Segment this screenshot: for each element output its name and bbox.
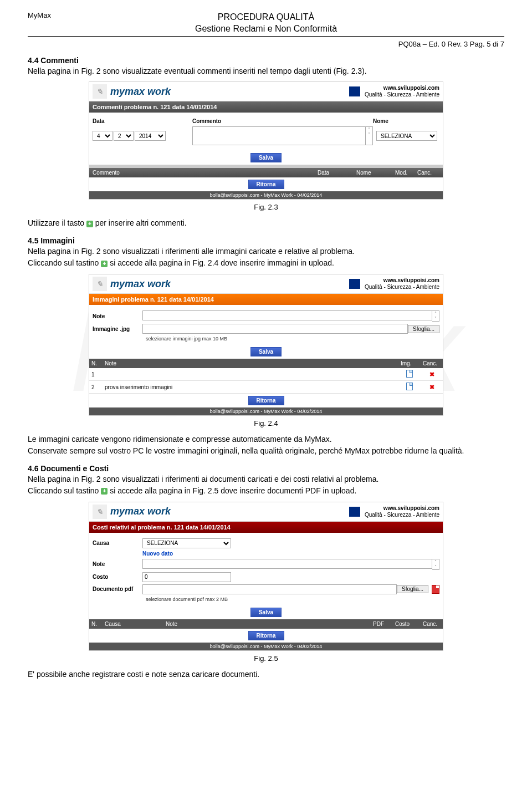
fig-2-4-screenshot: ✎ mymax work www.sviluppoisi.com Qualità… (89, 274, 443, 416)
brand: mymax work (110, 506, 344, 517)
add-icon: + (86, 221, 93, 227)
sfoglia-button[interactable]: Sfoglia... (408, 325, 439, 333)
salva-button[interactable]: Salva (250, 608, 282, 617)
label-commento: Commento (192, 118, 221, 124)
label-nome: Nome (373, 118, 388, 124)
causa-select[interactable]: SELEZIONA (142, 538, 231, 548)
cell-n: 1 (89, 368, 103, 381)
cell-n: 2 (89, 381, 103, 394)
images-table: N. Note Img. Canc. 1 ✖ 2 prova inserimen… (89, 359, 443, 394)
brand: mymax work (110, 278, 344, 290)
fig-2-5-screenshot: ✎ mymax work www.sviluppoisi.com Qualità… (89, 502, 443, 651)
ritorna-button[interactable]: Ritorna (248, 631, 284, 640)
fig-2-3-caption: Fig. 2.3 (28, 203, 504, 211)
tagline: Qualità - Sicurezza - Ambiente (365, 512, 439, 518)
pdf-icon (432, 585, 439, 594)
url: www.sviluppoisi.com (365, 277, 439, 284)
s45-p4: Conservate sempre sul vostro PC le vostr… (28, 446, 504, 456)
table-row: 1 ✖ (89, 368, 443, 381)
scroll-down-icon[interactable]: ˅ (366, 132, 372, 137)
label-note: Note (93, 313, 142, 319)
title-bar: Immagini problema n. 121 data 14/01/2014 (89, 294, 443, 305)
th-canc: Canc. (421, 359, 443, 368)
logo-icon: ✎ (93, 84, 107, 99)
ss-footer: bolla@sviluppoisi.com - MyMax Work - 04/… (89, 643, 443, 650)
th-pdf: PDF (371, 619, 393, 629)
doc-header: PROCEDURA QUALITÀ Gestione Reclami e Non… (28, 12, 504, 35)
label-note: Note (93, 561, 142, 567)
label-documento: Documento pdf (93, 586, 142, 592)
th-data: Data (318, 170, 356, 176)
salva-button[interactable]: Salva (250, 347, 282, 356)
table-header: Commento Data Nome Mod. Canc. (89, 168, 443, 177)
fig-2-5-caption: Fig. 2.5 (28, 654, 504, 663)
cell-note: prova inserimento immagini (103, 381, 398, 394)
s45-p2: Cliccando sul tastino + si accede alla p… (28, 258, 504, 268)
file-path-input[interactable] (142, 324, 408, 334)
th-note: Note (163, 619, 371, 629)
fig-2-3-screenshot: ✎ mymax work www.sviluppoisi.com Qualità… (89, 81, 443, 200)
doc-ref: PQ08a – Ed. 0 Rev. 3 Pag. 5 di 7 (28, 40, 504, 48)
label-costo: Costo (93, 574, 142, 580)
url: www.sviluppoisi.com (365, 505, 439, 512)
nuovo-dato-link[interactable]: Nuovo dato (142, 551, 173, 557)
add-icon: + (101, 488, 108, 495)
ritorna-button[interactable]: Ritorna (248, 396, 284, 405)
comment-textarea[interactable] (192, 126, 366, 145)
image-link-icon[interactable] (406, 370, 413, 378)
day-select[interactable]: 4 (93, 131, 112, 141)
s46-p2: Cliccando sul tastino + si accede alla p… (28, 486, 504, 496)
title-line1: PROCEDURA QUALITÀ (28, 12, 504, 23)
label-immagine: Immagine .jpg (93, 326, 142, 332)
title-bar: Commenti problema n. 121 data 14/01/2014 (89, 101, 443, 113)
delete-icon[interactable]: ✖ (429, 371, 434, 378)
salva-button[interactable]: Salva (250, 153, 282, 162)
costs-table: N. Causa Note PDF Costo Canc. (89, 619, 443, 629)
th-canc: Canc. (417, 170, 439, 176)
year-select[interactable]: 2014 (135, 131, 166, 141)
tagline: Qualità - Sicurezza - Ambiente (365, 284, 439, 291)
upload-hint: selezionare immagini jpg max 10 MB (93, 336, 439, 342)
scroll-up-icon[interactable]: ˄ (432, 559, 439, 564)
th-mod: Mod. (395, 170, 417, 176)
note-input[interactable] (142, 310, 432, 320)
scroll-down-icon[interactable]: ˅ (432, 316, 439, 321)
image-link-icon[interactable] (406, 383, 413, 390)
s46-p3: E' possibile anche registrare costi e no… (28, 669, 504, 680)
label-causa: Causa (93, 540, 142, 546)
th-n: N. (89, 359, 103, 368)
nome-select[interactable]: SELEZIONA (376, 131, 437, 141)
s44-p2: Utilizzare il tasto + per inserire altri… (28, 218, 504, 228)
scroll-up-icon[interactable]: ˄ (366, 127, 372, 132)
s46-p1: Nella pagina in Fig. 2 sono visualizzati… (28, 474, 504, 485)
month-select[interactable]: 2 (114, 131, 134, 141)
th-costo: Costo (393, 619, 421, 629)
th-note: Note (103, 359, 398, 368)
th-img: Img. (398, 359, 421, 368)
th-nome: Nome (356, 170, 395, 176)
ritorna-button[interactable]: Ritorna (248, 180, 284, 189)
scroll-up-icon[interactable]: ˄ (432, 311, 439, 316)
file-path-input[interactable] (142, 584, 397, 594)
logo-icon: ✎ (93, 505, 107, 519)
header-right: www.sviluppoisi.com Qualità - Sicurezza … (365, 85, 439, 98)
isi-logo-icon (344, 279, 360, 289)
s44-p1: Nella pagina in Fig. 2 sono visualizzate… (28, 66, 504, 77)
delete-icon[interactable]: ✖ (429, 384, 434, 390)
header-rule (28, 36, 504, 37)
th-causa: Causa (103, 619, 163, 629)
label-data: Data (93, 118, 105, 124)
title-bar: Costi relativi al problema n. 121 data 1… (89, 522, 443, 533)
upload-hint: selezionare documenti pdf max 2 MB (93, 597, 439, 602)
brand: mymax work (110, 86, 344, 98)
fig-2-4-caption: Fig. 2.4 (28, 419, 504, 427)
tagline: Qualità - Sicurezza - Ambiente (365, 91, 439, 98)
scroll-down-icon[interactable]: ˅ (432, 564, 439, 569)
sfoglia-button[interactable]: Sfoglia... (397, 585, 428, 593)
s45-p3: Le immagini caricate vengono ridimension… (28, 434, 504, 445)
th-canc: Canc. (421, 619, 443, 629)
th-commento: Commento (93, 170, 318, 176)
costo-input[interactable] (142, 572, 231, 582)
note-input[interactable] (142, 559, 432, 569)
isi-logo-icon (344, 86, 360, 96)
